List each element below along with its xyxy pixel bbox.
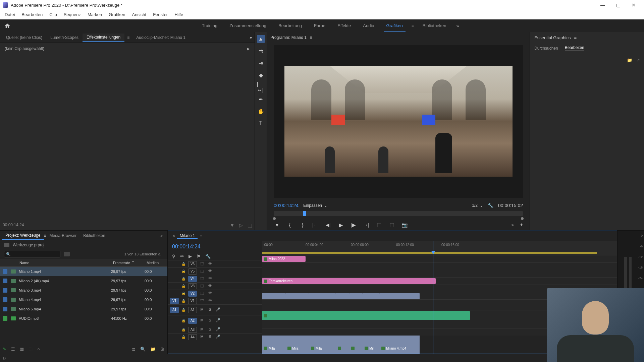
close-button[interactable]: ✕ — [626, 0, 641, 10]
workspace-bearbeitung[interactable]: Bearbeitung — [272, 20, 308, 31]
snap-icon[interactable]: ⚲ — [172, 254, 175, 259]
source-patch[interactable] — [170, 318, 179, 324]
workspace-effekte[interactable]: Effekte — [331, 20, 357, 31]
lock-icon[interactable]: 🔒 — [181, 277, 186, 281]
lock-icon[interactable]: 🔒 — [181, 269, 186, 273]
filter-icon[interactable]: ▼ — [230, 223, 234, 228]
button-editor-icon[interactable]: + — [520, 222, 523, 228]
label-swatch[interactable] — [3, 269, 7, 274]
auto-sequence-icon[interactable]: ≣ — [132, 347, 136, 352]
track-select-tool-icon[interactable]: ⇉ — [257, 47, 265, 55]
track-target[interactable]: V1 — [188, 298, 197, 304]
work-area-bar[interactable] — [262, 252, 597, 254]
toggle-sync-icon[interactable]: ⬚ — [199, 284, 205, 289]
solo-icon[interactable]: S — [207, 335, 213, 340]
voice-over-icon[interactable]: 🎤 — [215, 307, 221, 313]
project-search-input[interactable] — [4, 251, 60, 257]
eg-tab-bearbeiten[interactable]: Bearbeiten — [565, 45, 584, 51]
col-framerate[interactable]: Framerate⌃ — [111, 260, 145, 265]
timeline-ruler[interactable]: :00:00 00:00:04:00 00:00:08:00 00:00:12:… — [262, 241, 617, 255]
program-scrubber[interactable] — [274, 211, 523, 216]
voice-over-icon[interactable]: 🎤 — [215, 335, 221, 340]
timeline-timecode[interactable]: 00:00:14:24 — [168, 241, 262, 252]
voice-over-icon[interactable]: 🎤 — [215, 327, 221, 333]
source-patch[interactable]: A1 — [170, 307, 179, 313]
source-patch[interactable] — [170, 268, 179, 275]
project-row[interactable]: Milano 3.mp429,97 fps00;0 — [0, 286, 167, 295]
toggle-output-icon[interactable]: 👁 — [207, 276, 213, 282]
label-swatch[interactable] — [3, 316, 7, 321]
mute-icon[interactable]: M — [199, 335, 205, 340]
mark-in-icon[interactable]: { — [286, 222, 293, 228]
program-timecode[interactable]: 00:00:14:24 — [274, 203, 299, 208]
label-swatch[interactable] — [3, 297, 7, 302]
timeline-sequence-name[interactable]: Milano 1 — [177, 233, 198, 239]
program-menu-icon[interactable]: ≡ — [310, 35, 312, 40]
workspace-overflow-icon[interactable]: » — [452, 23, 463, 28]
tab-quelle[interactable]: Quelle: (keine Clips) — [2, 34, 46, 41]
tab-projekt[interactable]: Projekt: Werkzeuge — [2, 232, 44, 240]
menu-grafiken[interactable]: Grafiken — [105, 11, 128, 18]
project-row[interactable]: Milano 4.mp429,97 fps00:0 — [0, 295, 167, 304]
toggle-output-icon[interactable]: 👁 — [207, 291, 213, 296]
export-frame-icon[interactable]: 📷 — [401, 222, 408, 228]
track-target[interactable]: V2 — [188, 291, 197, 297]
transport-overflow-icon[interactable]: » — [512, 223, 514, 227]
source-patch[interactable]: V1 — [170, 298, 179, 304]
panel-menu-icon[interactable]: ≡ — [124, 35, 132, 40]
toggle-sync-icon[interactable]: ⬚ — [199, 261, 205, 267]
pen-tool-icon[interactable]: ✒ — [257, 95, 265, 103]
preview-toggle-icon[interactable] — [64, 252, 70, 256]
col-name[interactable]: Name — [17, 261, 111, 265]
linked-selection-icon[interactable]: ⚮ — [180, 254, 184, 259]
new-item-icon[interactable]: 🗎 — [160, 347, 165, 352]
toggle-output-icon[interactable]: 👁 — [207, 269, 213, 274]
track-target[interactable]: A1 — [188, 307, 197, 313]
lock-icon[interactable]: 🔒 — [181, 319, 186, 322]
new-bin-icon[interactable]: 📁 — [150, 347, 156, 352]
track-target[interactable]: V5 — [188, 268, 197, 275]
tab-effekteinstellungen[interactable]: Effekteinstellungen — [83, 34, 124, 42]
list-view-icon[interactable]: ☰ — [11, 347, 15, 352]
wrench-icon[interactable]: 🔧 — [205, 254, 211, 259]
menu-sequenz[interactable]: Sequenz — [60, 11, 84, 18]
label-swatch[interactable] — [3, 279, 7, 283]
solo-icon[interactable]: S — [207, 318, 213, 323]
tab-media-browser[interactable]: Media-Browser — [46, 232, 80, 239]
tab-lumetri[interactable]: Lumetri-Scopes — [46, 34, 83, 41]
project-row[interactable]: AUDIO.mp344100 Hz00:0 — [0, 314, 167, 323]
source-patch[interactable] — [170, 261, 179, 267]
lock-icon[interactable]: 🔒 — [181, 328, 186, 331]
extract-icon[interactable]: ⬚ — [388, 222, 395, 228]
track-target[interactable]: A2 — [188, 318, 197, 324]
menu-clip[interactable]: Clip — [46, 11, 60, 18]
scrub-handle-right[interactable] — [521, 217, 524, 220]
workspace-audio[interactable]: Audio — [357, 20, 380, 31]
find-icon[interactable]: 🔍 — [140, 347, 146, 352]
project-expand-icon[interactable]: » — [158, 233, 165, 238]
settings-wrench-icon[interactable]: 🔧 — [488, 203, 493, 208]
tab-audioclip-mischer[interactable]: Audioclip-Mischer: Milano 1 — [132, 34, 190, 41]
menu-bearbeiten[interactable]: Bearbeiten — [18, 11, 46, 18]
lock-icon[interactable]: 🔒 — [181, 299, 186, 303]
home-icon[interactable] — [3, 22, 11, 30]
source-patch[interactable] — [170, 276, 179, 282]
timeline-close-icon[interactable]: × — [171, 234, 177, 238]
menu-marken[interactable]: Marken — [84, 11, 105, 18]
track-target[interactable]: V3 — [188, 283, 197, 289]
hand-tool-icon[interactable]: ✋ — [257, 107, 265, 115]
workspace-zusammenstellung[interactable]: Zusammenstellung — [223, 20, 272, 31]
project-row[interactable]: Milano 2 (4K).mp429,97 fps00:0 — [0, 276, 167, 286]
toggle-sync-icon[interactable]: ⬚ — [199, 298, 205, 304]
clip-title[interactable]: Milan 2022 — [262, 256, 306, 262]
lift-icon[interactable]: ⬚ — [376, 222, 382, 228]
clip-adjustment[interactable]: Farbkorrekturen — [262, 278, 436, 284]
voice-over-icon[interactable]: 🎤 — [215, 318, 221, 323]
freeform-view-icon[interactable]: ⬚ — [29, 347, 33, 352]
workspace-menu-icon[interactable]: ≡ — [409, 23, 417, 28]
selection-tool-icon[interactable]: ▲ — [257, 35, 265, 43]
ripple-edit-tool-icon[interactable]: ⇥ — [257, 59, 265, 67]
add-marker-timeline-icon[interactable]: ▶ — [189, 254, 192, 259]
panel-expand-icon[interactable]: » — [250, 35, 252, 40]
lock-icon[interactable]: 🔒 — [181, 292, 186, 295]
